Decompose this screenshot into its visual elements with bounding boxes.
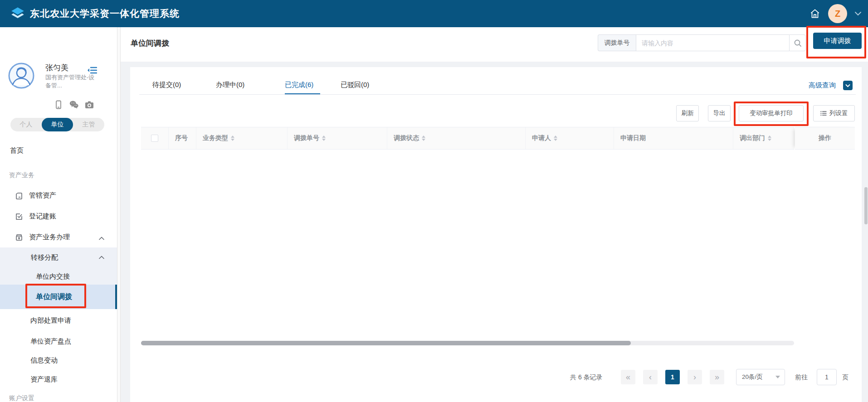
sort-carets-icon[interactable]	[231, 134, 234, 143]
sidebar: 张匀美 国有资产管理处-设备管...	[0, 27, 117, 402]
page-title: 单位间调拨	[131, 38, 169, 48]
column-label: 调拨状态	[394, 134, 419, 142]
advanced-query-link[interactable]: 高级查询	[809, 81, 836, 90]
refresh-button[interactable]: 刷新	[676, 105, 699, 121]
search-button[interactable]	[789, 34, 806, 51]
column-label: 调出部门	[740, 134, 765, 142]
pagination-first-button[interactable]: «	[621, 370, 635, 384]
column-label: 调拨单号	[294, 134, 319, 142]
sidebar-item-internal-disposal[interactable]: 内部处置申请	[30, 316, 71, 325]
sidebar-item-inventory[interactable]: 单位资产盘点	[30, 337, 71, 346]
header-cell-out-department[interactable]: 调出部门	[733, 127, 794, 149]
page-size-select[interactable]: 20条/页	[736, 369, 785, 385]
pagination-next-button[interactable]: ›	[688, 370, 702, 384]
content-card: 待提交(0) 办理中(0) 已完成(6) 已驳回(0) 高级查询 刷新 导出 变…	[130, 67, 862, 402]
table-header: 序号 业务类型 调拨单号 调拨状态 申请人 申请日期 调出部门	[141, 127, 794, 150]
camera-icon[interactable]	[84, 100, 94, 110]
sidebar-item-label: 登记建账	[29, 212, 56, 221]
advanced-query-toggle[interactable]	[843, 81, 853, 90]
role-tab-personal[interactable]: 个人	[10, 118, 42, 131]
sidebar-item-label: 管辖资产	[29, 191, 56, 200]
profile-department: 国有资产管理处-设备管...	[45, 73, 98, 90]
app-title: 东北农业大学采资一体化管理系统	[30, 7, 180, 20]
horizontal-scrollbar-track[interactable]	[141, 341, 794, 345]
sidebar-item-internal-handover[interactable]: 单位内交接	[36, 272, 70, 281]
sort-carets-icon[interactable]	[422, 134, 425, 143]
column-settings-label: 列设置	[829, 109, 848, 117]
search-input[interactable]	[636, 34, 789, 51]
home-icon[interactable]	[809, 8, 821, 19]
goto-page-suffix: 页	[842, 368, 848, 386]
pagination-prev-button[interactable]: ‹	[643, 370, 658, 384]
sidebar-item-managed-assets[interactable]: 管辖资产	[15, 191, 56, 200]
profile-name: 张匀美	[45, 63, 68, 73]
sort-carets-icon[interactable]	[768, 134, 771, 143]
header-cell-applicant[interactable]: 申请人	[526, 127, 614, 149]
sidebar-section-account-settings[interactable]: 账户设置	[9, 394, 34, 402]
sidebar-item-transfer-group[interactable]: 转移分配	[31, 253, 58, 262]
goto-page-input[interactable]	[817, 369, 837, 385]
column-label: 申请人	[532, 134, 551, 142]
check-square-icon	[15, 213, 23, 221]
header-cell-apply-date: 申请日期	[614, 127, 733, 149]
horizontal-scrollbar-thumb[interactable]	[141, 341, 631, 345]
tab-rejected[interactable]: 已驳回(0)	[341, 81, 369, 89]
apply-transfer-button[interactable]: 申请调拨	[813, 33, 862, 49]
header-cell-transfer-no[interactable]: 调拨单号	[288, 127, 387, 149]
select-all-checkbox[interactable]	[151, 135, 158, 142]
search-field-label: 调拨单号	[598, 34, 636, 51]
wechat-icon[interactable]	[69, 100, 79, 110]
active-tab-underline	[285, 93, 320, 94]
chevron-up-icon[interactable]	[99, 237, 104, 240]
header-cell-business-type[interactable]: 业务类型	[196, 127, 288, 149]
mobile-phone-icon[interactable]	[54, 100, 63, 110]
sidebar-item-register[interactable]: 登记建账	[15, 212, 56, 221]
user-menu-chevron-down-icon[interactable]	[854, 11, 862, 16]
column-label: 业务类型	[203, 134, 228, 142]
sidebar-item-inter-unit-transfer[interactable]: 单位间调拨	[36, 292, 72, 302]
document-folder-icon	[15, 192, 23, 200]
vertical-scrollbar-thumb[interactable]	[864, 187, 868, 224]
sidebar-item-asset-return[interactable]: 资产退库	[30, 375, 58, 384]
page-size-value: 20条/页	[742, 373, 763, 381]
list-settings-icon	[820, 111, 827, 116]
header-cell-checkbox	[141, 127, 169, 149]
cash-box-icon	[15, 233, 23, 242]
role-tab-unit[interactable]: 单位	[42, 118, 73, 131]
profile-contact-icons	[54, 100, 94, 110]
role-switcher: 个人 单位 主管	[10, 118, 104, 131]
tab-completed[interactable]: 已完成(6)	[285, 81, 313, 89]
sidebar-item-label: 资产业务办理	[29, 233, 70, 242]
sidebar-item-home[interactable]: 首页	[10, 146, 24, 155]
print-approval-button[interactable]: 变动审批单打印	[739, 105, 804, 121]
column-label: 序号	[175, 134, 188, 142]
export-button[interactable]: 导出	[708, 105, 731, 121]
tabbar-divider	[139, 94, 856, 95]
tab-in-progress[interactable]: 办理中(0)	[216, 81, 244, 89]
tab-pending-submit[interactable]: 待提交(0)	[152, 81, 181, 89]
sort-carets-icon[interactable]	[322, 134, 326, 143]
sidebar-item-info-change[interactable]: 信息变动	[30, 356, 58, 365]
search-group: 调拨单号	[598, 34, 806, 51]
header-cell-transfer-status[interactable]: 调拨状态	[387, 127, 526, 149]
top-navbar: 东北农业大学采资一体化管理系统 Z	[0, 0, 868, 27]
header-cell-index: 序号	[169, 127, 196, 149]
sidebar-item-asset-handling[interactable]: 资产业务办理	[15, 233, 70, 242]
user-avatar[interactable]: Z	[828, 4, 847, 23]
profile-avatar-icon[interactable]	[8, 63, 34, 89]
app-logo-icon	[10, 6, 25, 21]
pagination-page-1[interactable]: 1	[665, 370, 680, 384]
column-label: 申请日期	[620, 134, 646, 142]
role-tab-supervisor[interactable]: 主管	[73, 118, 104, 131]
chevron-up-icon[interactable]	[99, 256, 104, 259]
select-caret-down-icon	[775, 376, 780, 381]
sort-carets-icon[interactable]	[554, 134, 557, 143]
header-cell-actions: 操作	[795, 127, 855, 150]
column-settings-button[interactable]: 列设置	[813, 105, 855, 121]
sidebar-section-asset-business: 资产业务	[9, 171, 34, 179]
pagination-total: 共 6 条记录	[570, 368, 603, 386]
sidebar-scrollbar[interactable]	[117, 27, 121, 402]
pagination-last-button[interactable]: »	[710, 370, 724, 384]
goto-page-prefix: 前往	[795, 368, 808, 386]
search-icon	[794, 39, 802, 47]
